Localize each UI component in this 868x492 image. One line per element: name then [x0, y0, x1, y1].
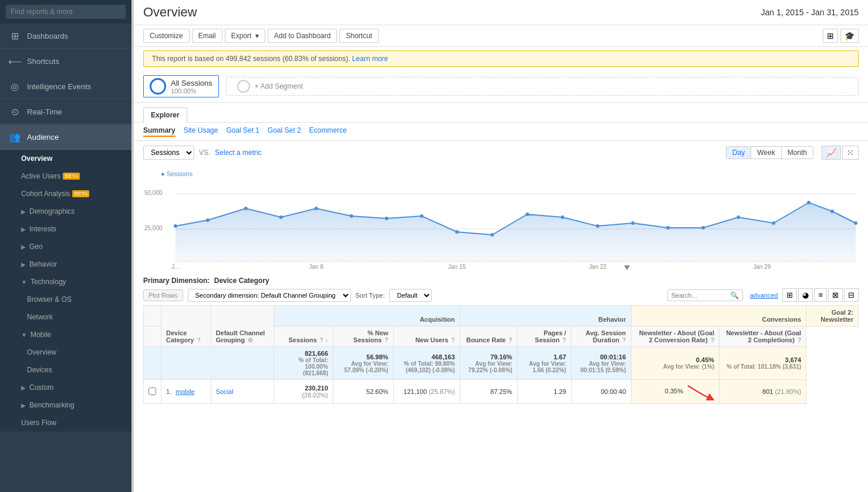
secondary-dimension-select[interactable]: Secondary dimension: Default Channel Gro… [188, 289, 351, 302]
sidebar-item-mobile-overview[interactable]: Overview [0, 343, 131, 361]
help-icon-avg-session[interactable]: ? [622, 337, 626, 343]
primary-dimension-label: Primary Dimension: Device Category [143, 277, 859, 285]
chart-type-buttons: 📈 ⁙ [822, 146, 859, 160]
sidebar-item-realtime[interactable]: ⊙ Real-Time [0, 99, 131, 124]
svg-marker-6 [175, 203, 856, 261]
customize-button[interactable]: Customize [143, 29, 190, 43]
day-week-month-selector: Day Week Month [726, 146, 813, 159]
device-link[interactable]: mobile [175, 388, 194, 395]
sidebar-item-users-flow[interactable]: Users Flow [0, 414, 131, 432]
beta-badge-active-users: BETA [63, 173, 80, 180]
tab-goal-set-1[interactable]: Goal Set 1 [226, 126, 259, 137]
sidebar-item-custom[interactable]: ▶ Custom [0, 379, 131, 396]
sidebar-item-dashboards[interactable]: ⊞ Dashboards [0, 23, 131, 49]
svg-point-16 [491, 233, 494, 237]
help-icon-newsletter-comp[interactable]: ? [798, 337, 801, 343]
help-icon-new-users[interactable]: ? [451, 337, 455, 343]
email-button[interactable]: Email [192, 29, 222, 43]
col-checkbox [144, 306, 161, 326]
tab-ecommerce[interactable]: Ecommerce [309, 126, 347, 137]
sidebar-item-browser-os[interactable]: Browser & OS [0, 291, 131, 308]
table-row: 1. mobile Social 230,210 (28.02%) 52.60%… [144, 380, 859, 404]
row-conv-rate: 0.35% [631, 380, 720, 404]
svg-text:Jan 29: Jan 29 [753, 264, 771, 270]
metric-select[interactable]: Sessions [143, 146, 194, 160]
export-caret: ▾ [255, 32, 259, 40]
pivot-view-btn[interactable]: ⊠ [828, 288, 843, 302]
sidebar-item-network[interactable]: Network [0, 308, 131, 326]
hat-icon-button[interactable]: 🎓 [840, 29, 859, 43]
advanced-link[interactable]: advanced [750, 292, 778, 299]
red-arrow-indicator [685, 383, 714, 400]
row-pages: 1.29 [517, 380, 571, 404]
grid-view-button[interactable]: ⊞ [823, 29, 838, 43]
table-search-input[interactable] [671, 292, 730, 299]
sidebar-item-shortcuts[interactable]: ⟵ Shortcuts [0, 49, 131, 74]
grid-view-btn[interactable]: ⊞ [782, 288, 797, 302]
col-new-users: New Users ? [393, 326, 460, 347]
main-content: Overview Jan 1, 2015 - Jan 31, 2015 Cust… [131, 0, 868, 492]
alert-text: This report is based on 499,842 sessions… [152, 55, 350, 63]
sidebar-item-devices[interactable]: Devices [0, 361, 131, 379]
help-icon-sessions[interactable]: ? [320, 337, 323, 343]
pie-view-btn[interactable]: ◕ [798, 288, 813, 302]
sidebar-item-geo[interactable]: ▶ Geo [0, 238, 131, 255]
line-chart-button[interactable]: 📈 [822, 146, 841, 160]
svg-point-9 [244, 207, 248, 210]
explorer-tab-bar: Explorer [143, 107, 859, 122]
add-dashboard-button[interactable]: Add to Dashboard [268, 29, 337, 43]
segment-bar: All Sessions 100.00% + Add Segment [134, 70, 868, 103]
tab-explorer[interactable]: Explorer [143, 107, 187, 123]
tab-summary[interactable]: Summary [143, 126, 175, 137]
row-checkbox[interactable] [144, 380, 161, 404]
col-newsletter-rate: Newsletter - About (Goal 2 Conversion Ra… [631, 326, 720, 347]
sort-type-label: Sort Type: [356, 292, 385, 299]
sort-arrow-sessions[interactable]: ↓ [325, 337, 328, 343]
scatter-chart-button[interactable]: ⁙ [842, 146, 859, 160]
help-icon-channel[interactable]: ⚙ [248, 337, 253, 343]
help-icon-pct-new[interactable]: ? [384, 337, 388, 343]
table-section: Primary Dimension: Device Category Plot … [134, 272, 868, 409]
svg-text:J...: J... [171, 264, 179, 270]
select-metric-link[interactable]: Select a metric [215, 149, 261, 157]
sidebar-item-behavior[interactable]: ▶ Behavior [0, 255, 131, 273]
sidebar-item-mobile[interactable]: ▼ Mobile [0, 326, 131, 343]
svg-text:● Sessions: ● Sessions [161, 170, 193, 177]
sidebar-item-active-users[interactable]: Active Users BETA [0, 167, 131, 185]
svg-point-23 [737, 215, 740, 219]
plot-rows-button[interactable]: Plot Rows [143, 289, 183, 301]
sidebar-item-intelligence[interactable]: ◎ Intelligence Events [0, 74, 131, 99]
week-button[interactable]: Week [751, 147, 781, 159]
search-input[interactable] [6, 5, 126, 19]
export-button[interactable]: Export ▾ [225, 29, 265, 43]
help-icon-bounce[interactable]: ? [509, 337, 512, 343]
sort-type-select[interactable]: Default [389, 289, 432, 302]
sidebar-item-technology[interactable]: ▼ Technology [0, 273, 131, 291]
help-icon-device[interactable]: ? [197, 337, 201, 343]
compare-view-btn[interactable]: ⊟ [844, 288, 859, 302]
tab-goal-set-2[interactable]: Goal Set 2 [268, 126, 301, 137]
help-icon-pages[interactable]: ? [563, 337, 566, 343]
row-select-checkbox[interactable] [148, 387, 156, 395]
day-button[interactable]: Day [727, 147, 751, 159]
tab-site-usage[interactable]: Site Usage [184, 126, 218, 137]
svg-point-13 [385, 217, 389, 220]
audience-submenu: Overview Active Users BETA Cohort Analys… [0, 150, 131, 432]
sidebar-item-benchmarking[interactable]: ▶ Benchmarking [0, 396, 131, 414]
all-sessions-segment[interactable]: All Sessions 100.00% [143, 75, 219, 97]
sidebar-item-interests[interactable]: ▶ Interests [0, 220, 131, 238]
add-segment-button[interactable]: + Add Segment [226, 77, 859, 96]
list-view-btn[interactable]: ≡ [814, 288, 827, 302]
shortcut-button[interactable]: Shortcut [339, 29, 379, 43]
segment-circle-icon [150, 78, 166, 95]
month-button[interactable]: Month [782, 147, 813, 159]
row-completions: 801 (21.80%) [720, 380, 806, 404]
sessions-chart: ● Sessions 50,000 25,000 [143, 164, 859, 270]
sidebar-item-cohort[interactable]: Cohort Analysis BETA [0, 185, 131, 203]
col-conversions-header: Conversions [631, 306, 806, 326]
help-icon-newsletter-rate[interactable]: ? [711, 337, 714, 343]
learn-more-link[interactable]: Learn more [352, 55, 388, 63]
sidebar-item-audience-overview[interactable]: Overview [0, 150, 131, 167]
sidebar-item-audience[interactable]: 👥 Audience [0, 124, 131, 150]
sidebar-item-demographics[interactable]: ▶ Demographics [0, 203, 131, 220]
